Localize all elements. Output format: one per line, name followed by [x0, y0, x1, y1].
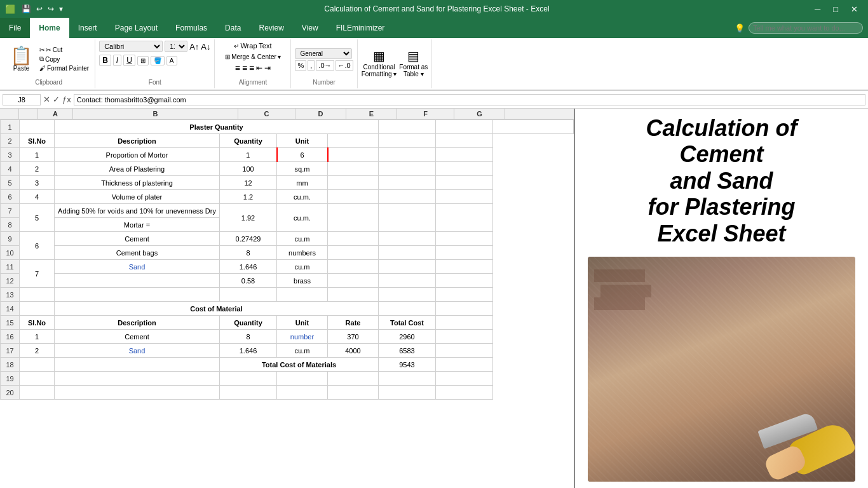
- conditional-formatting-button[interactable]: ▦ Conditional Formatting ▾: [362, 48, 397, 78]
- cell-c3[interactable]: 1: [220, 148, 277, 162]
- cell-f4[interactable]: [379, 162, 436, 176]
- cell-f19[interactable]: [379, 372, 436, 386]
- cell-b2[interactable]: Description: [55, 134, 220, 148]
- cell-d19[interactable]: [277, 372, 328, 386]
- minimize-button[interactable]: ─: [810, 4, 825, 14]
- cell-e3[interactable]: [328, 148, 379, 162]
- cell-g2[interactable]: [436, 134, 493, 148]
- tab-data[interactable]: Data: [216, 18, 250, 38]
- close-button[interactable]: ✕: [846, 4, 863, 14]
- cell-c18[interactable]: Total Cost of Materials: [220, 358, 379, 372]
- cell-e19[interactable]: [328, 372, 379, 386]
- cell-f3[interactable]: [379, 148, 436, 162]
- cell-c2[interactable]: Quantity: [220, 134, 277, 148]
- copy-button[interactable]: ⧉ Copy: [37, 55, 91, 64]
- col-header-f[interactable]: F: [397, 109, 454, 119]
- cell-g5[interactable]: [436, 176, 493, 190]
- cell-e5[interactable]: [328, 176, 379, 190]
- cell-c10[interactable]: 8: [220, 246, 277, 260]
- cell-e20[interactable]: [328, 386, 379, 400]
- increase-font-button[interactable]: A↑: [189, 42, 199, 51]
- cell-e12[interactable]: [328, 274, 379, 288]
- cell-f18[interactable]: 9543: [379, 358, 436, 372]
- cut-button[interactable]: ✂ ✂ Cut: [37, 46, 91, 54]
- cell-d15[interactable]: Unit: [277, 316, 328, 330]
- merge-center-button[interactable]: ⊞ Merge & Center ▾: [225, 53, 281, 60]
- cell-g4[interactable]: [436, 162, 493, 176]
- border-button[interactable]: ⊞: [137, 56, 149, 65]
- percent-button[interactable]: %: [295, 60, 306, 71]
- maximize-button[interactable]: □: [828, 4, 843, 14]
- cell-c16[interactable]: 8: [220, 330, 277, 344]
- customize-quick-access[interactable]: ▾: [58, 3, 64, 15]
- cell-d6[interactable]: cu.m.: [277, 190, 328, 204]
- tab-insert[interactable]: Insert: [69, 18, 106, 38]
- col-header-select-all[interactable]: [19, 109, 38, 119]
- cell-a7[interactable]: 5: [20, 204, 55, 232]
- cell-b8[interactable]: Mortar =: [55, 218, 220, 232]
- cell-b16[interactable]: Cement: [55, 330, 220, 344]
- cell-d12[interactable]: brass: [277, 274, 328, 288]
- cell-d17[interactable]: cu.m: [277, 344, 328, 358]
- cell-e6[interactable]: [328, 190, 379, 204]
- cell-b18[interactable]: [55, 358, 220, 372]
- save-button[interactable]: 💾: [20, 3, 32, 15]
- cell-d10[interactable]: numbers: [277, 246, 328, 260]
- decrease-font-button[interactable]: A↓: [201, 42, 210, 51]
- grid-container[interactable]: 1 Plaster Quantity 2 Sl.No Description Q…: [0, 119, 574, 488]
- cell-f6[interactable]: [379, 190, 436, 204]
- cell-a18[interactable]: [20, 358, 55, 372]
- tab-file[interactable]: File: [0, 18, 30, 38]
- cell-g16[interactable]: [436, 330, 493, 344]
- cell-d20[interactable]: [277, 386, 328, 400]
- cell-f11[interactable]: [379, 260, 436, 274]
- cell-g20[interactable]: [436, 386, 493, 400]
- cell-g7[interactable]: [436, 204, 493, 232]
- cell-a19[interactable]: [20, 372, 55, 386]
- cell-b1[interactable]: Plaster Quantity: [55, 120, 379, 134]
- cell-c17[interactable]: 1.646: [220, 344, 277, 358]
- cell-b12[interactable]: [55, 274, 220, 288]
- cell-b9[interactable]: Cement: [55, 232, 220, 246]
- cell-e15[interactable]: Rate: [328, 316, 379, 330]
- cell-c20[interactable]: [220, 386, 277, 400]
- cell-b7[interactable]: Adding 50% for voids and 10% for unevenn…: [55, 204, 220, 218]
- italic-button[interactable]: I: [113, 55, 121, 66]
- cell-d13[interactable]: [277, 288, 328, 302]
- cell-f15[interactable]: Total Cost: [379, 316, 436, 330]
- cell-c15[interactable]: Quantity: [220, 316, 277, 330]
- tell-me-input[interactable]: [749, 22, 863, 34]
- cell-g14[interactable]: [436, 302, 493, 316]
- cell-f1[interactable]: [436, 120, 493, 134]
- indent-increase-button[interactable]: ⇥: [264, 64, 271, 72]
- cell-e11[interactable]: [328, 260, 379, 274]
- font-name-select[interactable]: Calibri: [99, 41, 163, 52]
- cell-c13[interactable]: [220, 288, 277, 302]
- undo-button[interactable]: ↩: [35, 3, 44, 15]
- cell-a16[interactable]: 1: [20, 330, 55, 344]
- cell-a4[interactable]: 2: [20, 162, 55, 176]
- fill-color-button[interactable]: 🪣: [151, 56, 165, 65]
- tab-page-layout[interactable]: Page Layout: [106, 18, 166, 38]
- cell-a14[interactable]: [20, 302, 55, 316]
- cell-f2[interactable]: [379, 134, 436, 148]
- cell-f5[interactable]: [379, 176, 436, 190]
- col-header-c[interactable]: C: [238, 109, 295, 119]
- cell-f12[interactable]: [379, 274, 436, 288]
- cell-e16[interactable]: 370: [328, 330, 379, 344]
- cell-b3[interactable]: Proportion of Mortor: [55, 148, 220, 162]
- cell-d16[interactable]: number: [277, 330, 328, 344]
- cell-c9[interactable]: 0.27429: [220, 232, 277, 246]
- formula-input[interactable]: [74, 94, 865, 105]
- cell-b10[interactable]: Cement bags: [55, 246, 220, 260]
- cell-b5[interactable]: Thickness of plastering: [55, 176, 220, 190]
- cell-c7[interactable]: 1.92: [220, 204, 277, 232]
- align-left-button[interactable]: ≡: [235, 63, 240, 73]
- cell-a2[interactable]: Sl.No: [20, 134, 55, 148]
- cell-g17[interactable]: [436, 344, 493, 358]
- cell-d11[interactable]: cu.m: [277, 260, 328, 274]
- align-center-button[interactable]: ≡: [242, 63, 247, 73]
- cell-g13[interactable]: [436, 288, 493, 302]
- cell-b20[interactable]: [55, 386, 220, 400]
- tab-view[interactable]: View: [293, 18, 327, 38]
